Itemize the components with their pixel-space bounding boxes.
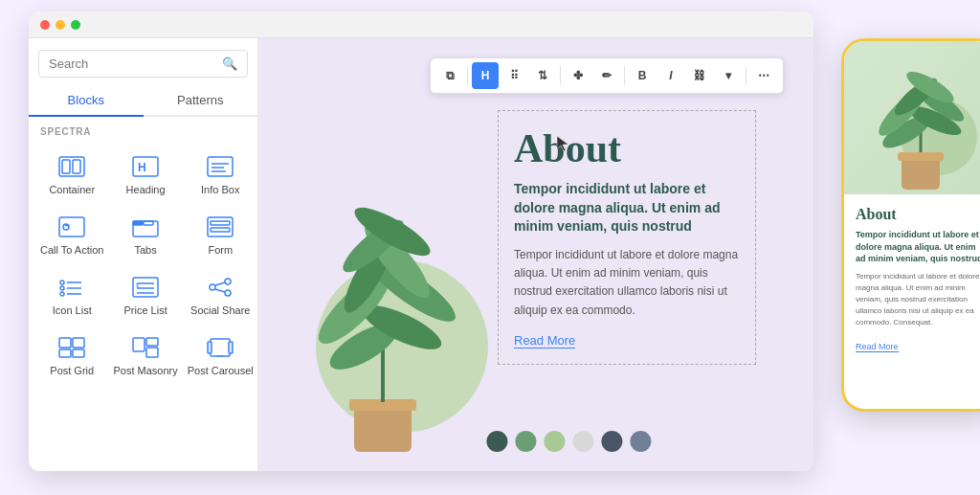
color-dot-3[interactable] (572, 431, 593, 452)
svg-rect-13 (144, 221, 153, 225)
block-item-icon-list[interactable]: Icon List (36, 265, 107, 324)
toolbar-italic-btn[interactable]: I (657, 62, 684, 89)
content-title: About (514, 126, 740, 170)
container-label: Container (49, 184, 95, 195)
social-share-icon (205, 275, 235, 300)
info-box-icon (205, 154, 235, 179)
svg-rect-42 (229, 342, 233, 353)
toolbar-group-btn[interactable]: ⧉ (436, 62, 463, 89)
svg-rect-35 (59, 349, 71, 357)
post-carousel-icon (205, 335, 235, 360)
toolbar-divider-2 (560, 66, 561, 85)
mobile-plant-svg (863, 60, 978, 194)
toolbar-divider-3 (624, 66, 625, 85)
mobile-body: Tempor incididunt ut labore et dolore ma… (856, 271, 980, 328)
info-box-label: Info Box (201, 184, 239, 195)
block-item-social-share[interactable]: Social Share (184, 265, 257, 324)
search-input[interactable] (49, 56, 216, 71)
color-palette (486, 431, 651, 452)
tabs-label: Tabs (134, 244, 156, 256)
block-item-price-list[interactable]: $ Price List (109, 265, 181, 324)
toolbar-move-btn[interactable]: ⠿ (501, 62, 527, 89)
svg-rect-39 (146, 348, 158, 357)
block-item-tabs[interactable]: Tabs (109, 205, 181, 263)
dot-red[interactable] (40, 20, 50, 30)
toolbar-heading-btn[interactable]: H (472, 62, 499, 89)
tabs-row: Blocks Patterns (29, 85, 257, 117)
tab-blocks[interactable]: Blocks (29, 85, 144, 115)
toolbar-divider-4 (746, 66, 746, 85)
block-item-form[interactable]: Form (184, 205, 257, 263)
read-more-link[interactable]: Read More (514, 333, 575, 349)
floating-toolbar: ⧉ H ⠿ ⇅ ✤ ✏ B I ⛓ ▾ ⋯ (430, 57, 784, 94)
svg-point-21 (60, 292, 64, 296)
svg-rect-12 (133, 221, 143, 225)
browser-titlebar (29, 11, 813, 38)
toolbar-edit-btn[interactable]: ✏ (593, 62, 620, 89)
svg-rect-33 (59, 338, 71, 348)
post-grid-label: Post Grid (50, 365, 94, 376)
form-icon (205, 214, 235, 239)
toolbar-bold-btn[interactable]: B (629, 62, 656, 89)
blocks-grid: Container H Heading Info Bo (29, 141, 257, 388)
dot-yellow[interactable] (56, 20, 65, 30)
post-grid-icon (56, 335, 87, 360)
svg-rect-34 (73, 338, 84, 348)
color-dot-1[interactable] (515, 431, 536, 452)
search-icon: 🔍 (222, 56, 237, 71)
svg-rect-56 (902, 156, 940, 190)
block-item-cta[interactable]: Call To Action (36, 205, 107, 263)
price-list-label: Price List (123, 304, 167, 316)
color-dot-5[interactable] (630, 431, 651, 452)
block-item-post-grid[interactable]: Post Grid (36, 326, 107, 384)
toolbar-more-btn[interactable]: ▾ (715, 62, 742, 89)
heading-icon: H (130, 154, 161, 179)
dot-green[interactable] (71, 20, 80, 30)
post-carousel-label: Post Carousel (188, 365, 254, 376)
toolbar-divider-1 (467, 66, 468, 85)
mobile-content: About Tempor incididunt ut labore et dol… (844, 194, 980, 365)
block-item-post-masonry[interactable]: Post Masonry (109, 326, 181, 384)
svg-rect-41 (208, 342, 212, 353)
block-item-info-box[interactable]: Info Box (184, 145, 257, 203)
color-dot-0[interactable] (486, 431, 507, 452)
block-item-container[interactable]: Container (36, 145, 107, 203)
cta-label: Call To Action (40, 244, 103, 256)
block-item-heading[interactable]: H Heading (109, 145, 181, 203)
svg-rect-37 (133, 338, 145, 351)
cta-icon (56, 214, 87, 239)
color-dot-2[interactable] (544, 431, 565, 452)
svg-rect-16 (211, 228, 230, 232)
post-masonry-label: Post Masonry (113, 365, 177, 376)
svg-rect-36 (73, 349, 84, 357)
content-block: About Tempor incididunt ut labore et dol… (498, 110, 756, 365)
mobile-plant-area (844, 41, 980, 194)
editor-canvas[interactable]: ⧉ H ⠿ ⇅ ✤ ✏ B I ⛓ ▾ ⋯ (258, 38, 813, 471)
icon-list-label: Icon List (53, 304, 92, 316)
social-share-label: Social Share (190, 304, 250, 316)
toolbar-options-btn[interactable]: ⋯ (750, 62, 777, 89)
toolbar-link-btn[interactable]: ⛓ (686, 62, 713, 89)
svg-point-30 (225, 290, 231, 296)
mobile-title: About (856, 206, 980, 223)
toolbar-updown-btn[interactable]: ⇅ (529, 62, 556, 89)
color-dot-4[interactable] (601, 431, 622, 452)
form-label: Form (208, 244, 233, 256)
svg-rect-1 (62, 160, 70, 173)
heading-label: Heading (126, 184, 166, 195)
sidebar: 🔍 Blocks Patterns SPECTRA Container (29, 38, 258, 471)
post-masonry-icon (130, 335, 161, 360)
search-box: 🔍 (38, 50, 248, 78)
mobile-subtitle: Tempor incididunt ut labore et dolore ma… (856, 229, 980, 265)
mobile-read-more[interactable]: Read More (856, 342, 899, 352)
content-body: Tempor incididunt ut labore et dolore ma… (514, 246, 740, 320)
svg-line-32 (215, 289, 225, 292)
tab-patterns[interactable]: Patterns (144, 85, 258, 115)
plant-svg (287, 174, 479, 471)
svg-point-19 (60, 286, 64, 290)
block-item-post-carousel[interactable]: Post Carousel (184, 326, 257, 384)
svg-rect-38 (146, 338, 158, 346)
toolbar-drag-btn[interactable]: ✤ (565, 62, 591, 89)
section-label-spectra: SPECTRA (29, 117, 257, 141)
svg-point-29 (225, 279, 231, 284)
